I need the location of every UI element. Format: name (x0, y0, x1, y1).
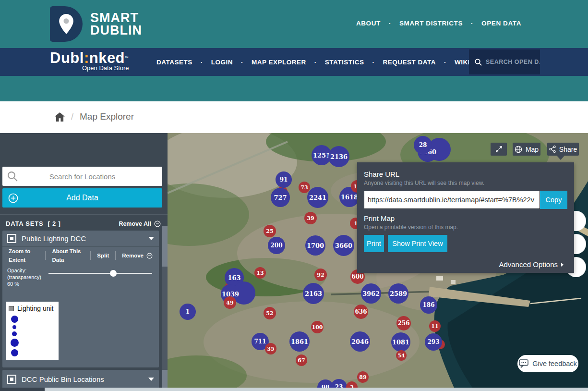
cluster-marker[interactable]: 3962 (361, 283, 381, 304)
advanced-options-toggle[interactable]: Advanced Options (499, 260, 564, 269)
zoom-to-extent-button[interactable]: Zoom to Extent (2, 251, 46, 260)
open-data-search[interactable]: SEARCH OPEN DATA (469, 49, 540, 74)
nav-open-data[interactable]: OPEN DATA (481, 20, 521, 27)
legend-circle (11, 316, 18, 323)
datasets-label: DATA SETS (6, 220, 43, 227)
nav-smart-districts[interactable]: SMART DISTRICTS (399, 20, 463, 27)
cluster-marker[interactable]: 89 (357, 371, 369, 383)
remove-all-button[interactable]: Remove All (119, 220, 161, 227)
share-icon (549, 146, 556, 153)
chevron-right-icon (561, 263, 564, 267)
cluster-marker[interactable]: 293 (425, 333, 442, 351)
cluster-marker[interactable]: 25 (264, 225, 276, 237)
workbench-item-header[interactable]: Public Lighting DCC (2, 231, 159, 246)
share-button[interactable]: Share (547, 143, 579, 156)
cluster-marker[interactable]: 727 (271, 188, 290, 207)
cluster-marker[interactable]: 2136 (328, 146, 349, 167)
cluster-marker[interactable]: 200 (268, 237, 285, 254)
remove-layer-button[interactable]: Remove (116, 251, 159, 260)
layer-checkbox[interactable] (7, 234, 16, 243)
nav-separator: · (201, 59, 203, 66)
cluster-marker[interactable]: 1700 (305, 235, 325, 256)
nav-map-explorer[interactable]: MAP EXPLORER (252, 59, 306, 66)
cluster-marker[interactable]: 91 (276, 171, 292, 188)
scrollbar-thumb[interactable] (0, 388, 45, 391)
cluster-marker[interactable]: 256 (396, 316, 411, 330)
nav-request-data[interactable]: REQUEST DATA (383, 59, 436, 66)
opacity-control: Opacity: (transparency) 60 % (2, 264, 159, 287)
nav-datasets[interactable]: DATASETS (156, 59, 192, 66)
datasets-count: [ 2 ] (48, 220, 60, 227)
map-settings-button[interactable]: Map (513, 143, 540, 156)
smart-dublin-logo[interactable]: SMART DUBLIN (50, 6, 142, 42)
cluster-marker[interactable]: 92 (314, 269, 327, 281)
share-url-description: Anyone visiting this URL will see this m… (364, 180, 567, 186)
layer-title: DCC Public Bin Locations (22, 375, 143, 383)
cluster-marker[interactable]: 35 (265, 343, 276, 354)
cluster-marker[interactable]: 67 (296, 354, 307, 366)
brand-text: SMART DUBLIN (90, 12, 142, 37)
chevron-down-icon[interactable] (148, 237, 154, 240)
main-nav: DATASETS · LOGIN · MAP EXPLORER · STATIS… (156, 48, 470, 76)
nav-wiki[interactable]: WIKI (455, 59, 470, 66)
minus-circle-icon (146, 253, 153, 259)
cluster-marker[interactable]: 49 (224, 296, 236, 309)
slider-thumb[interactable] (110, 270, 117, 277)
workbench-item-header[interactable]: DCC Public Bin Locations (2, 370, 159, 388)
cluster-marker[interactable]: 186 (420, 296, 437, 314)
chevron-down-icon[interactable] (148, 378, 154, 381)
nav-separator: · (389, 20, 391, 27)
plus-circle-icon (8, 193, 18, 203)
cluster-marker[interactable]: 636 (354, 305, 368, 319)
cluster-marker[interactable]: 73 (299, 182, 310, 193)
layer-title: Public Lighting DCC (22, 234, 143, 243)
add-data-button[interactable]: Add Data (2, 188, 162, 208)
cluster-marker[interactable]: 13 (254, 267, 266, 279)
cluster-marker[interactable]: 3660 (333, 235, 354, 256)
cluster-marker[interactable]: 1861 (289, 331, 310, 352)
show-print-view-button[interactable]: Show Print View (388, 235, 447, 252)
scrollbar-thumb[interactable] (162, 267, 168, 370)
cluster-marker[interactable]: 11 (429, 320, 441, 332)
nav-separator: · (241, 59, 243, 66)
print-map-description: Open a printable version of this map. (364, 224, 567, 231)
breadcrumb-bar: / Map Explorer (0, 101, 588, 133)
give-feedback-button[interactable]: Give feedback (517, 355, 578, 372)
legend-square-icon (9, 306, 14, 311)
cluster-marker[interactable]: 52 (264, 307, 276, 319)
nav-separator: · (471, 20, 473, 27)
cluster-marker[interactable]: 1081 (391, 332, 410, 352)
nav-login[interactable]: LOGIN (211, 59, 233, 66)
cluster-marker[interactable]: 2589 (388, 283, 408, 304)
sidebar-scrollbar[interactable] (162, 226, 168, 391)
location-search-input[interactable] (18, 172, 162, 181)
home-icon[interactable] (55, 112, 65, 122)
share-panel: Share URL Anyone visiting this URL will … (357, 162, 574, 273)
share-url-input[interactable] (364, 191, 540, 209)
cluster-marker[interactable]: 28 (414, 136, 432, 154)
dublinked-wordmark: Dubl:nked™ (50, 50, 129, 66)
cluster-marker[interactable]: 54 (396, 350, 407, 361)
about-this-data-button[interactable]: About This Data (46, 251, 91, 260)
copy-button[interactable]: Copy (540, 191, 567, 209)
share-url-title: Share URL (364, 170, 567, 178)
cluster-marker[interactable]: 2241 (307, 187, 328, 208)
horizontal-scrollbar[interactable] (0, 388, 588, 391)
fullscreen-button[interactable] (491, 143, 507, 156)
cluster-marker[interactable]: 100 (311, 321, 324, 333)
split-button[interactable]: Split (91, 251, 116, 260)
site-header: SMART DUBLIN ABOUT · SMART DISTRICTS · O… (0, 0, 588, 48)
opacity-slider[interactable] (47, 267, 154, 283)
location-search[interactable] (2, 167, 162, 186)
dublinked-logo[interactable]: Dubl:nked™ Open Data Store (50, 50, 129, 72)
nav-statistics[interactable]: STATISTICS (325, 59, 364, 66)
nav-about[interactable]: ABOUT (356, 20, 381, 27)
cluster-marker[interactable]: 2046 (350, 331, 370, 352)
cluster-marker[interactable]: 1 (180, 304, 196, 320)
cluster-marker[interactable]: 39 (304, 212, 317, 224)
cluster-marker[interactable]: 2163 (303, 283, 324, 304)
print-button[interactable]: Print (364, 235, 384, 252)
map-viewport[interactable]: 1611602812512136917272241161820017003660… (168, 133, 588, 391)
teal-band (0, 76, 588, 101)
layer-checkbox[interactable] (7, 375, 16, 384)
